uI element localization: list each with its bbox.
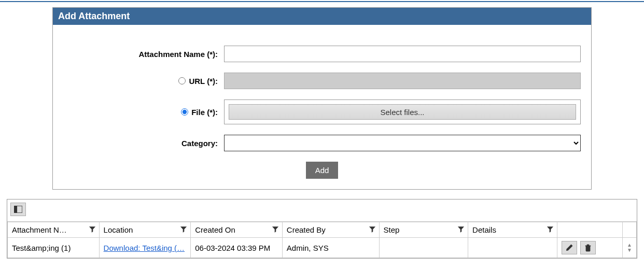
cell-location: Download: Test&ing (…	[99, 238, 191, 258]
attachment-name-input[interactable]	[224, 46, 581, 62]
cell-created-on: 06-03-2024 03:39 PM	[191, 238, 283, 258]
attachment-name-label: Attachment Name (*):	[63, 50, 224, 59]
attachments-grid: Attachment N… Location Created On Create…	[7, 199, 637, 259]
col-header-location[interactable]: Location	[99, 222, 191, 238]
filter-icon[interactable]	[180, 225, 187, 234]
col-header-step[interactable]: Step	[379, 222, 468, 238]
panel-title: Add Attachment	[53, 8, 591, 25]
table-row: Test&amp;ing (1) Download: Test&ing (… 0…	[8, 238, 637, 258]
col-header-created-by[interactable]: Created By	[282, 222, 379, 238]
select-files-button[interactable]: Select files...	[229, 104, 576, 120]
file-label: File (*):	[191, 108, 218, 117]
category-select[interactable]	[224, 135, 581, 151]
filter-icon[interactable]	[89, 225, 96, 234]
column-chooser-button[interactable]	[10, 203, 26, 216]
columns-icon	[14, 206, 22, 213]
cell-step	[379, 238, 468, 258]
delete-button[interactable]	[580, 241, 596, 254]
cell-actions	[557, 238, 622, 258]
cell-created-by: Admin, SYS	[282, 238, 379, 258]
url-radio[interactable]	[178, 77, 186, 84]
col-header-attachment-name[interactable]: Attachment N…	[8, 222, 100, 238]
cell-spinner: ▲ ▼	[622, 238, 636, 258]
edit-button[interactable]	[562, 241, 577, 254]
filter-icon[interactable]	[457, 225, 465, 234]
cell-details	[468, 238, 557, 258]
file-radio[interactable]	[181, 108, 188, 116]
url-label: URL (*):	[189, 77, 218, 85]
filter-icon[interactable]	[272, 225, 279, 234]
col-header-spinner	[622, 222, 636, 238]
file-upload-box: Select files...	[224, 99, 581, 124]
spinner-up-icon[interactable]: ▲	[627, 243, 632, 247]
url-input-disabled	[224, 73, 581, 89]
filter-icon[interactable]	[547, 225, 554, 234]
trash-icon	[584, 244, 592, 252]
add-attachment-panel: Add Attachment Attachment Name (*): URL …	[52, 7, 592, 190]
category-label: Category:	[63, 139, 224, 148]
cell-attachment-name: Test&amp;ing (1)	[8, 238, 100, 258]
filter-icon[interactable]	[369, 225, 376, 234]
col-header-details[interactable]: Details	[468, 222, 557, 238]
download-link[interactable]: Download: Test&ing (…	[104, 244, 185, 252]
svg-rect-2	[14, 206, 17, 213]
pencil-icon	[565, 244, 573, 252]
col-header-actions	[557, 222, 622, 238]
col-header-created-on[interactable]: Created On	[191, 222, 283, 238]
add-button[interactable]: Add	[306, 162, 339, 179]
spinner-down-icon[interactable]: ▼	[627, 248, 632, 252]
